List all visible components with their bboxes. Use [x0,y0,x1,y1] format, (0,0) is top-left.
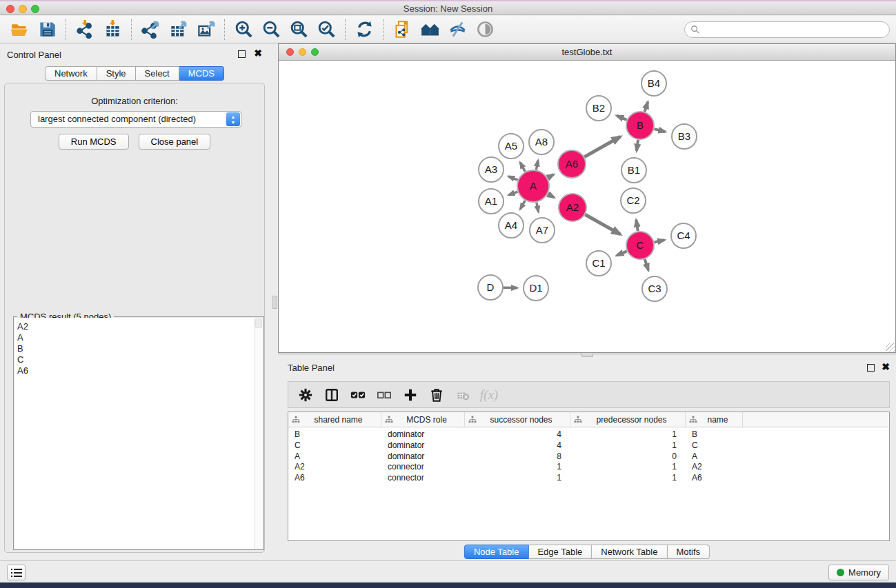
node-B1[interactable]: B1 [621,158,646,183]
cell[interactable]: 0 [570,452,686,463]
export-network-button[interactable] [137,18,164,41]
edge-C-C4[interactable] [654,240,664,242]
cell[interactable]: 1 [570,429,686,440]
edge-A6-B[interactable] [584,136,620,156]
edge-A-A3[interactable] [508,176,517,180]
tab-network-table[interactable]: Network Table [592,545,667,559]
node-C1[interactable]: C1 [586,251,611,276]
criterion-dropdown[interactable]: largest connected component (directed) ▲… [30,111,241,128]
tab-motifs[interactable]: Motifs [667,545,710,559]
first-neighbors-button[interactable] [416,18,444,41]
export-table-button[interactable] [164,18,192,41]
node-B2[interactable]: B2 [586,96,611,121]
deselect-all-button[interactable] [371,384,397,406]
node-A5[interactable]: A5 [499,134,524,159]
cell[interactable]: B [288,429,381,440]
cell[interactable]: 8 [465,452,570,463]
result-item[interactable]: A [17,332,263,343]
edge-C-C3[interactable] [645,259,648,270]
float-panel-icon[interactable] [238,50,246,58]
zoom-out-button[interactable] [257,18,285,41]
edge-B-B2[interactable] [617,116,626,120]
cell[interactable]: C [686,440,743,452]
zoom-in-button[interactable] [230,18,257,41]
cell[interactable]: 1 [570,462,686,473]
cell[interactable]: B [686,429,743,440]
cell[interactable]: 4 [465,429,570,440]
zoom-selected-button[interactable] [312,18,340,41]
node-D1[interactable]: D1 [524,276,548,301]
add-button[interactable] [397,384,424,406]
edge-B-B3[interactable] [654,129,665,132]
cell[interactable]: A2 [288,462,381,473]
node-B4[interactable]: B4 [641,71,666,96]
node-B3[interactable]: B3 [672,124,697,149]
cell[interactable]: 1 [570,473,686,484]
column-header-name[interactable]: name [686,412,743,427]
result-scrollbar[interactable] [254,318,263,549]
cell[interactable]: 1 [465,473,570,484]
node-A8[interactable]: A8 [529,130,554,154]
task-history-button[interactable] [7,565,26,580]
tab-mcds[interactable]: MCDS [179,66,224,81]
close-panel-icon[interactable]: ✖ [254,48,262,59]
table-row[interactable]: A6connector11A6 [288,473,889,484]
result-item[interactable]: A2 [17,321,263,332]
tab-node-table[interactable]: Node Table [464,545,529,559]
delete-button[interactable] [424,384,450,406]
close-table-panel-icon[interactable]: ✖ [882,361,890,372]
result-item[interactable]: B [17,343,263,354]
result-item[interactable]: A6 [17,365,263,376]
cell[interactable]: connector [381,462,465,473]
node-A7[interactable]: A7 [530,218,555,243]
node-A3[interactable]: A3 [479,157,504,182]
tab-select[interactable]: Select [136,66,179,81]
memory-button[interactable]: Memory [828,565,889,580]
column-header-predecessor-nodes[interactable]: predecessor nodes [570,412,686,427]
cell[interactable]: A [288,452,381,463]
search-input[interactable] [684,21,890,38]
network-window-titlebar[interactable]: testGlobe.txt [279,44,895,61]
edge-A-A6[interactable] [548,174,554,178]
edge-A2-C[interactable] [585,214,620,234]
node-C4[interactable]: C4 [671,223,696,248]
edge-A-A7[interactable] [537,203,539,212]
network-canvas[interactable]: AA6A2BCA5A8A3A1A4A7B2B4B3B1C2C4C1C3DD1 [279,61,895,352]
cell[interactable]: 1 [570,440,686,452]
column-header-MCDS-role[interactable]: MCDS role [381,412,465,427]
cell[interactable]: C [288,440,381,452]
open-button[interactable] [6,18,33,41]
tab-style[interactable]: Style [97,66,136,81]
show-all-button[interactable] [471,18,499,41]
cell[interactable]: dominator [381,452,465,463]
tab-network[interactable]: Network [45,66,97,81]
node-C3[interactable]: C3 [642,276,667,301]
cell[interactable]: A6 [288,473,381,484]
node-A[interactable]: A [517,170,549,202]
node-A1[interactable]: A1 [479,189,504,214]
node-C[interactable]: C [626,232,654,259]
hide-selected-button[interactable] [444,18,471,41]
zoom-fit-button[interactable] [285,18,312,41]
table-row[interactable]: Bdominator41B [288,429,889,440]
node-D[interactable]: D [478,275,503,300]
vertical-split-handle[interactable] [272,296,277,309]
edge-A-A1[interactable] [508,192,517,195]
cell[interactable]: dominator [381,429,465,440]
edge-C-C1[interactable] [617,251,627,255]
table-row[interactable]: Adominator80A [288,452,889,463]
cell[interactable]: A6 [686,473,743,484]
node-A2[interactable]: A2 [559,194,586,221]
edge-B-B1[interactable] [637,140,638,151]
columns-button[interactable] [319,384,345,406]
run-mcds-button[interactable]: Run MCDS [59,134,129,150]
edge-B-B4[interactable] [645,102,648,112]
result-item[interactable]: C [17,354,263,365]
cell[interactable]: A2 [686,462,743,473]
edge-A-A8[interactable] [536,161,538,170]
node-C2[interactable]: C2 [621,188,646,213]
close-panel-button[interactable]: Close panel [139,134,211,150]
cell[interactable]: 1 [465,462,570,473]
tab-edge-table[interactable]: Edge Table [528,545,592,559]
import-network-button[interactable] [71,18,99,41]
